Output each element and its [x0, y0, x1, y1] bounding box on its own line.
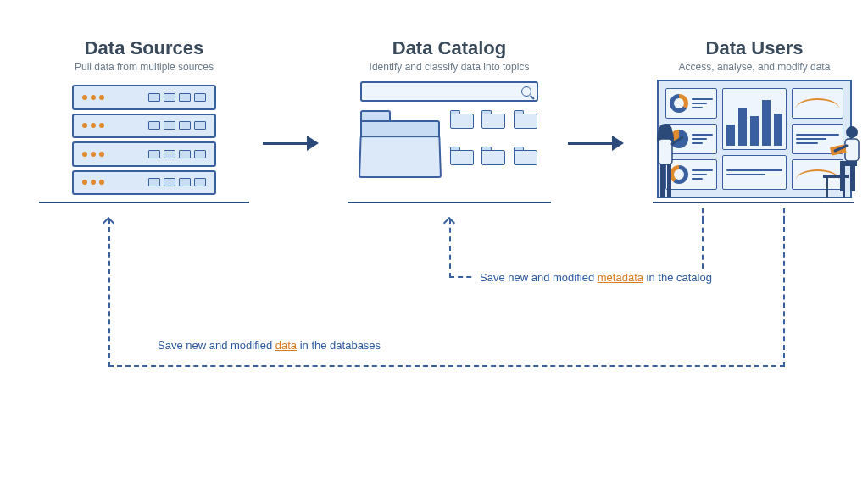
catalog-illustration — [360, 81, 538, 176]
servers-illustration — [34, 85, 254, 195]
server-icon — [72, 85, 216, 110]
bar-chart-icon — [722, 88, 787, 150]
area-chart-icon — [792, 88, 843, 119]
search-icon — [521, 86, 531, 97]
svg-rect-8 — [840, 166, 845, 191]
node-title-catalog: Data Catalog — [339, 37, 559, 59]
donut-chart-icon — [665, 88, 717, 119]
svg-rect-9 — [850, 166, 855, 191]
underline-catalog — [348, 202, 551, 203]
metrics-icon — [722, 155, 787, 190]
underline-users — [653, 202, 854, 203]
svg-rect-3 — [667, 164, 671, 197]
svg-rect-5 — [845, 139, 859, 161]
node-data-users: Data Users Access, analyse, and modify d… — [644, 37, 865, 198]
svg-rect-7 — [840, 161, 857, 166]
folder-icon — [450, 147, 474, 165]
server-icon — [72, 170, 216, 196]
svg-rect-1 — [659, 139, 672, 164]
node-data-sources: Data Sources Pull data from multiple sou… — [34, 37, 254, 195]
svg-point-4 — [846, 126, 858, 138]
node-subtitle-users: Access, analyse, and modify data — [644, 61, 865, 73]
server-icon — [72, 114, 216, 139]
node-title-users: Data Users — [644, 37, 865, 59]
node-title-sources: Data Sources — [34, 37, 254, 59]
arrow-sources-to-catalog — [263, 136, 319, 151]
underline-sources — [39, 202, 249, 203]
keyword-data: data — [275, 339, 297, 352]
folder-icon — [514, 110, 537, 129]
arrow-catalog-to-users — [568, 136, 624, 151]
folder-icon — [450, 110, 474, 129]
folder-large-icon — [360, 110, 440, 176]
node-subtitle-catalog: Identify and classify data into topics — [339, 61, 559, 73]
folder-icon — [514, 147, 537, 165]
feedback-label-data: Save new and modified data in the databa… — [153, 339, 386, 352]
searchbar-icon — [360, 81, 538, 102]
server-icon — [72, 141, 216, 167]
dashboard-illustration — [657, 80, 852, 198]
folder-icon — [481, 147, 505, 165]
svg-rect-2 — [660, 164, 665, 197]
folder-icon — [481, 110, 505, 129]
diagram-canvas: Data Sources Pull data from multiple sou… — [0, 0, 868, 488]
person-man-icon — [823, 122, 865, 198]
node-subtitle-sources: Pull data from multiple sources — [34, 61, 254, 73]
node-data-catalog: Data Catalog Identify and classify data … — [339, 37, 559, 176]
feedback-path-data-stub — [783, 208, 785, 220]
person-woman-icon — [648, 122, 684, 198]
